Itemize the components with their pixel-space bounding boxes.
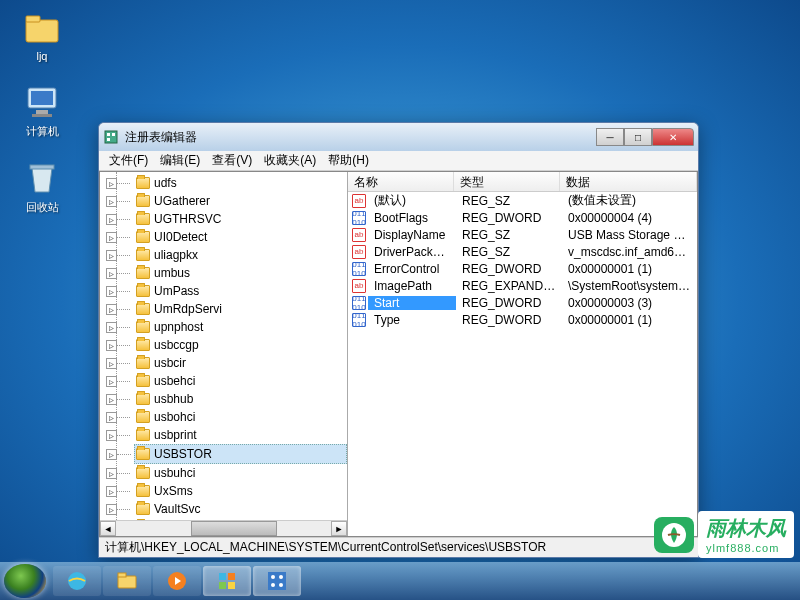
value-row[interactable]: abImagePathREG_EXPAND_SZ\SystemRoot\syst… — [348, 277, 697, 294]
tree-item[interactable]: ▹USBSTOR — [134, 444, 347, 464]
tree-item[interactable]: ▹usbprint — [134, 426, 347, 444]
desktop-icon-recycle-bin[interactable]: 回收站 — [12, 158, 72, 215]
tree-expander-icon[interactable]: ▹ — [106, 449, 117, 460]
value-type: REG_DWORD — [456, 313, 562, 327]
tree-item[interactable]: ▹UGatherer — [134, 192, 347, 210]
value-row[interactable]: ab(默认)REG_SZ(数值未设置) — [348, 192, 697, 209]
maximize-button[interactable]: □ — [624, 128, 652, 146]
regedit-window: 注册表编辑器 ─ □ ✕ 文件(F) 编辑(E) 查看(V) 收藏夹(A) 帮助… — [98, 122, 699, 558]
value-row[interactable]: 011 010BootFlagsREG_DWORD0x00000004 (4) — [348, 209, 697, 226]
tree-expander-icon[interactable]: ▹ — [106, 468, 117, 479]
tree-expander-icon[interactable]: ▹ — [106, 340, 117, 351]
tree-item[interactable]: ▹VaultSvc — [134, 500, 347, 518]
tree-item[interactable]: ▹UGTHRSVC — [134, 210, 347, 228]
tree-expander-icon[interactable]: ▹ — [106, 214, 117, 225]
tree-panel[interactable]: ▹udfs▹UGatherer▹UGTHRSVC▹UI0Detect▹uliag… — [100, 172, 348, 536]
titlebar[interactable]: 注册表编辑器 ─ □ ✕ — [99, 123, 698, 151]
menu-file[interactable]: 文件(F) — [103, 150, 154, 171]
scroll-left-arrow[interactable]: ◄ — [100, 521, 116, 536]
taskbar-ie[interactable] — [53, 566, 101, 596]
tree-item-label: VaultSvc — [154, 500, 200, 518]
tree-item[interactable]: ▹usbccgp — [134, 336, 347, 354]
tree-expander-icon[interactable]: ▹ — [106, 322, 117, 333]
value-type: REG_DWORD — [456, 296, 562, 310]
desktop-icon-user-folder[interactable]: ljq — [12, 8, 72, 62]
scroll-track[interactable] — [116, 521, 331, 536]
tree-expander-icon[interactable]: ▹ — [106, 250, 117, 261]
tree-expander-icon[interactable]: ▹ — [106, 504, 117, 515]
window-title: 注册表编辑器 — [125, 129, 596, 146]
tree-expander-icon[interactable]: ▹ — [106, 486, 117, 497]
tree-expander-icon[interactable]: ▹ — [106, 394, 117, 405]
taskbar-wmp[interactable] — [153, 566, 201, 596]
tree-expander-icon[interactable]: ▹ — [106, 376, 117, 387]
taskbar[interactable] — [0, 562, 800, 600]
tree-item[interactable]: ▹usbuhci — [134, 464, 347, 482]
value-type: REG_SZ — [456, 194, 562, 208]
horizontal-scrollbar[interactable]: ◄ ► — [100, 520, 347, 536]
tree-expander-icon[interactable]: ▹ — [106, 178, 117, 189]
desktop-icon-label: 计算机 — [12, 124, 72, 139]
menu-view[interactable]: 查看(V) — [206, 150, 258, 171]
watermark-url: ylmf888.com — [706, 542, 786, 554]
tree-expander-icon[interactable]: ▹ — [106, 304, 117, 315]
tree-item[interactable]: ▹usbhub — [134, 390, 347, 408]
value-row[interactable]: 011 010StartREG_DWORD0x00000003 (3) — [348, 294, 697, 311]
value-row[interactable]: abDriverPackageIdREG_SZv_mscdsc.inf_amd6… — [348, 243, 697, 260]
computer-icon — [22, 82, 62, 122]
tree-item[interactable]: ▹UmRdpServi — [134, 300, 347, 318]
statusbar: 计算机\HKEY_LOCAL_MACHINE\SYSTEM\CurrentCon… — [99, 537, 698, 557]
tree-expander-icon[interactable]: ▹ — [106, 232, 117, 243]
tree-item-label: USBSTOR — [154, 445, 212, 463]
tree-item[interactable]: ▹UmPass — [134, 282, 347, 300]
minimize-button[interactable]: ─ — [596, 128, 624, 146]
tree-expander-icon[interactable]: ▹ — [106, 196, 117, 207]
folder-icon — [136, 267, 150, 279]
value-type: REG_SZ — [456, 228, 562, 242]
taskbar-app-1[interactable] — [203, 566, 251, 596]
tree-item[interactable]: ▹udfs — [134, 174, 347, 192]
value-data: (数值未设置) — [562, 192, 697, 209]
menu-edit[interactable]: 编辑(E) — [154, 150, 206, 171]
folder-icon — [136, 321, 150, 333]
svg-rect-4 — [36, 110, 48, 114]
close-button[interactable]: ✕ — [652, 128, 694, 146]
tree-item[interactable]: ▹uliagpkx — [134, 246, 347, 264]
folder-icon — [136, 503, 150, 515]
menu-help[interactable]: 帮助(H) — [322, 150, 375, 171]
column-type[interactable]: 类型 — [454, 172, 560, 191]
tree-item[interactable]: ▹umbus — [134, 264, 347, 282]
tree-expander-icon[interactable]: ▹ — [106, 268, 117, 279]
svg-rect-21 — [268, 572, 286, 590]
scroll-right-arrow[interactable]: ► — [331, 521, 347, 536]
content-area: ▹udfs▹UGatherer▹UGTHRSVC▹UI0Detect▹uliag… — [99, 171, 698, 537]
menu-favorites[interactable]: 收藏夹(A) — [258, 150, 322, 171]
values-list[interactable]: ab(默认)REG_SZ(数值未设置)011 010BootFlagsREG_D… — [348, 192, 697, 536]
dword-value-icon: 011 010 — [352, 262, 366, 276]
tree-expander-icon[interactable]: ▹ — [106, 358, 117, 369]
folder-icon — [136, 467, 150, 479]
value-row[interactable]: 011 010ErrorControlREG_DWORD0x00000001 (… — [348, 260, 697, 277]
tree-item[interactable]: ▹UI0Detect — [134, 228, 347, 246]
tree-item[interactable]: ▹UxSms — [134, 482, 347, 500]
tree-expander-icon[interactable]: ▹ — [106, 430, 117, 441]
taskbar-regedit[interactable] — [253, 566, 301, 596]
tree-expander-icon[interactable]: ▹ — [106, 412, 117, 423]
dword-value-icon: 011 010 — [352, 211, 366, 225]
tree-item[interactable]: ▹upnphost — [134, 318, 347, 336]
tree-expander-icon[interactable]: ▹ — [106, 286, 117, 297]
taskbar-explorer[interactable] — [103, 566, 151, 596]
desktop-icon-computer[interactable]: 计算机 — [12, 82, 72, 139]
value-row[interactable]: 011 010TypeREG_DWORD0x00000001 (1) — [348, 311, 697, 328]
column-data[interactable]: 数据 — [560, 172, 697, 191]
string-value-icon: ab — [352, 228, 366, 242]
tree-item[interactable]: ▹usbohci — [134, 408, 347, 426]
folder-icon — [136, 485, 150, 497]
start-button[interactable] — [4, 564, 46, 598]
value-row[interactable]: abDisplayNameREG_SZUSB Mass Storage Driv… — [348, 226, 697, 243]
tree-item[interactable]: ▹usbehci — [134, 372, 347, 390]
svg-rect-1 — [26, 16, 40, 22]
tree-item[interactable]: ▹usbcir — [134, 354, 347, 372]
column-name[interactable]: 名称 — [348, 172, 454, 191]
scroll-thumb[interactable] — [191, 521, 277, 536]
